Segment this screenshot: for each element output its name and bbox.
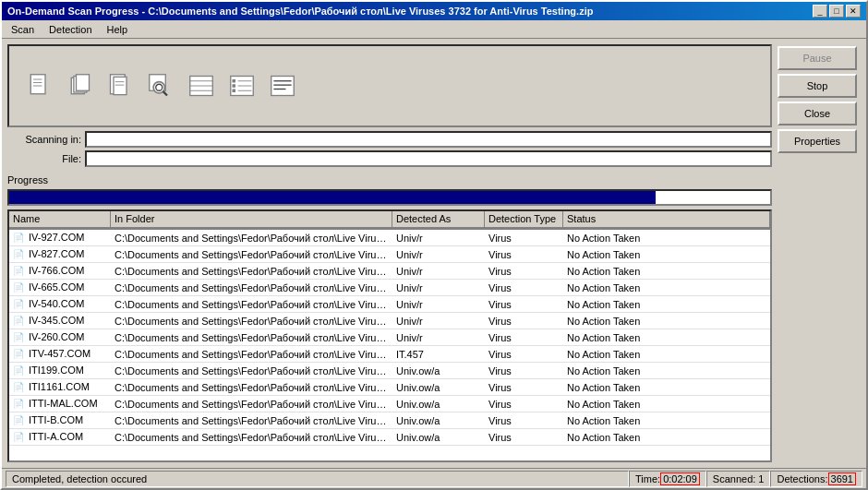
file-icon: 📄 xyxy=(13,316,26,327)
cell-detected: Univ.ow/a xyxy=(392,414,485,427)
progress-label: Progress xyxy=(7,174,772,185)
toolbar-icon-1[interactable] xyxy=(24,71,54,101)
file-icon: 📄 xyxy=(13,399,26,410)
header-folder[interactable]: In Folder xyxy=(111,211,392,229)
cell-status: No Action Taken xyxy=(563,431,770,444)
menu-scan[interactable]: Scan xyxy=(6,22,40,37)
cell-name: 📄IV-540.COM xyxy=(9,297,111,311)
maximize-button[interactable]: □ xyxy=(829,5,844,18)
cell-name: 📄ITV-457.COM xyxy=(9,347,111,361)
cell-name: 📄ITTI-A.COM xyxy=(9,430,111,444)
toolbar-area xyxy=(7,44,772,127)
table-row[interactable]: 📄IV-345.COMC:\Documents and Settings\Fed… xyxy=(9,313,770,329)
cell-name: 📄IV-766.COM xyxy=(9,264,111,278)
header-detected[interactable]: Detected As xyxy=(392,211,485,229)
cell-status: No Action Taken xyxy=(563,331,770,344)
title-bar: On-Demand Scan Progress - C:\Documents a… xyxy=(2,2,866,20)
menu-detection[interactable]: Detection xyxy=(43,22,97,37)
file-icon: 📄 xyxy=(13,249,26,260)
svg-rect-22 xyxy=(233,90,236,93)
left-panel: Scanning in: File: Progress Name In Fold… xyxy=(7,44,772,462)
table-row[interactable]: 📄ITTI-B.COMC:\Documents and Settings\Fed… xyxy=(9,412,770,429)
detections-value: 3691 xyxy=(828,472,856,485)
table-row[interactable]: 📄ITTI-A.COMC:\Documents and Settings\Fed… xyxy=(9,429,770,446)
toolbar-icon-search[interactable] xyxy=(146,71,175,101)
cell-detected: Univ.ow/a xyxy=(392,398,485,411)
toolbar-icon-list1[interactable] xyxy=(187,71,216,101)
pause-button[interactable]: Pause xyxy=(778,46,857,70)
cell-name: 📄IV-345.COM xyxy=(9,314,111,328)
cell-type: Virus xyxy=(485,232,563,245)
cell-folder: C:\Documents and Settings\Fedor\Рабочий … xyxy=(111,414,392,427)
cell-status: No Action Taken xyxy=(563,248,770,261)
cell-folder: C:\Documents and Settings\Fedor\Рабочий … xyxy=(111,365,392,377)
status-message: Completed, detection occured xyxy=(6,471,629,487)
table-row[interactable]: 📄ITV-457.COMC:\Documents and Settings\Fe… xyxy=(9,346,770,363)
svg-rect-6 xyxy=(77,75,90,91)
cell-status: No Action Taken xyxy=(563,232,770,245)
cell-status: No Action Taken xyxy=(563,381,770,394)
status-time: Time: 0:02:09 xyxy=(629,471,706,487)
cell-folder: C:\Documents and Settings\Fedor\Рабочий … xyxy=(111,265,392,278)
toolbar-icon-2[interactable] xyxy=(65,71,94,101)
results-table: Name In Folder Detected As Detection Typ… xyxy=(7,209,772,462)
menu-help[interactable]: Help xyxy=(102,22,134,37)
close-button[interactable]: Close xyxy=(778,102,857,125)
close-title-button[interactable]: ✕ xyxy=(846,5,861,18)
cell-type: Virus xyxy=(485,431,563,444)
toolbar-icon-list2[interactable] xyxy=(227,71,257,101)
cell-folder: C:\Documents and Settings\Fedor\Рабочий … xyxy=(111,398,392,411)
table-body[interactable]: 📄IV-927.COMC:\Documents and Settings\Fed… xyxy=(9,230,770,460)
file-icon: 📄 xyxy=(13,266,26,277)
cell-type: Virus xyxy=(485,281,563,294)
toolbar-icon-3[interactable] xyxy=(105,71,135,101)
cell-folder: C:\Documents and Settings\Fedor\Рабочий … xyxy=(111,331,392,344)
cell-type: Virus xyxy=(485,348,563,361)
file-icon: 📄 xyxy=(13,282,26,293)
stop-button[interactable]: Stop xyxy=(778,74,857,98)
table-row[interactable]: 📄IV-665.COMC:\Documents and Settings\Fed… xyxy=(9,280,770,296)
header-status[interactable]: Status xyxy=(563,211,770,229)
file-icon: 📄 xyxy=(13,233,26,244)
cell-name: 📄ITI199.COM xyxy=(9,364,111,377)
table-row[interactable]: 📄IV-766.COMC:\Documents and Settings\Fed… xyxy=(9,263,770,280)
header-type[interactable]: Detection Type xyxy=(485,211,563,229)
main-window: On-Demand Scan Progress - C:\Documents a… xyxy=(0,0,868,490)
progress-bar-fill xyxy=(9,191,656,204)
svg-rect-0 xyxy=(30,75,45,94)
cell-folder: C:\Documents and Settings\Fedor\Рабочий … xyxy=(111,298,392,311)
cell-detected: Univ/r xyxy=(392,248,485,261)
cell-name: 📄IV-927.COM xyxy=(9,231,111,245)
cell-name: 📄ITTI-B.COM xyxy=(9,413,111,427)
time-label: Time: xyxy=(635,473,660,484)
minimize-button[interactable]: _ xyxy=(813,5,827,18)
svg-point-12 xyxy=(153,82,164,93)
cell-detected: Univ/r xyxy=(392,232,485,245)
table-row[interactable]: 📄IV-827.COMC:\Documents and Settings\Fed… xyxy=(9,246,770,263)
table-row[interactable]: 📄IV-540.COMC:\Documents and Settings\Fed… xyxy=(9,296,770,313)
cell-folder: C:\Documents and Settings\Fedor\Рабочий … xyxy=(111,431,392,444)
file-icon: 📄 xyxy=(13,332,26,343)
table-row[interactable]: 📄ITTI-MAL.COMC:\Documents and Settings\F… xyxy=(9,396,770,412)
file-icon: 📄 xyxy=(13,365,26,376)
table-row[interactable]: 📄ITI1161.COMC:\Documents and Settings\Fe… xyxy=(9,379,770,396)
status-detections: Detections: 3691 xyxy=(770,471,862,487)
header-name[interactable]: Name xyxy=(9,211,111,229)
right-panel: Pause Stop Close Properties xyxy=(778,44,861,462)
file-icon: 📄 xyxy=(13,349,26,360)
cell-detected: Univ/r xyxy=(392,331,485,344)
svg-rect-20 xyxy=(233,79,236,83)
table-row[interactable]: 📄ITI199.COMC:\Documents and Settings\Fed… xyxy=(9,363,770,379)
menu-bar: Scan Detection Help xyxy=(2,20,866,39)
svg-rect-8 xyxy=(114,77,127,94)
file-input[interactable] xyxy=(85,150,772,167)
toolbar-icon-text[interactable] xyxy=(268,71,297,101)
file-icon: 📄 xyxy=(13,382,26,393)
table-row[interactable]: 📄IV-927.COMC:\Documents and Settings\Fed… xyxy=(9,230,770,246)
properties-button[interactable]: Properties xyxy=(778,129,857,153)
status-bar: Completed, detection occured Time: 0:02:… xyxy=(2,468,866,488)
cell-status: No Action Taken xyxy=(563,281,770,294)
file-label: File: xyxy=(7,153,81,164)
table-row[interactable]: 📄IV-260.COMC:\Documents and Settings\Fed… xyxy=(9,329,770,346)
scanning-input[interactable] xyxy=(85,131,772,148)
